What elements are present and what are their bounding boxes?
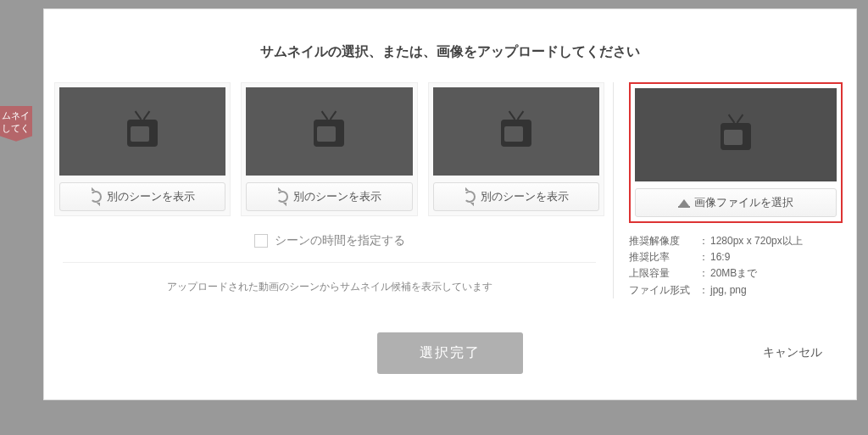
show-other-scene-button[interactable]: 別のシーンを表示 [59, 182, 225, 211]
scene-row: 別のシーンを表示 別のシーンを表示 [54, 82, 604, 216]
scene-selection-panel: 別のシーンを表示 別のシーンを表示 [54, 82, 614, 298]
scene-card[interactable]: 別のシーンを表示 [428, 82, 604, 216]
button-label: 別のシーンを表示 [293, 189, 381, 204]
spec-row: 推奨解像度 ： 1280px x 720px以上 [629, 233, 843, 249]
submit-button[interactable]: 選択完了 [377, 332, 523, 374]
spec-label: 上限容量 [629, 265, 698, 282]
spec-colon: ： [698, 265, 710, 282]
scene-thumbnail [433, 87, 599, 176]
spec-row: ファイル形式 ： jpg, png [629, 282, 843, 298]
divider [63, 262, 596, 263]
tv-icon [721, 120, 751, 150]
button-label: 別のシーンを表示 [481, 189, 569, 204]
scene-card[interactable]: 別のシーンを表示 [241, 82, 417, 216]
upload-specs: 推奨解像度 ： 1280px x 720px以上 推奨比率 ： 16:9 上限容… [629, 233, 843, 298]
button-label: 画像ファイルを選択 [694, 195, 793, 210]
thumbnail-modal: サムネイルの選択、または、画像をアップロードしてください 別のシーンを表示 [43, 8, 857, 400]
spec-colon: ： [698, 282, 710, 298]
refresh-icon [276, 191, 288, 203]
upload-thumbnail-preview [635, 88, 837, 181]
spec-value: 16:9 [710, 249, 730, 265]
specify-time-checkbox[interactable] [254, 234, 268, 248]
scene-thumbnail [59, 87, 225, 176]
tv-icon [314, 116, 344, 147]
spec-label: 推奨解像度 [629, 233, 698, 249]
spec-colon: ： [698, 233, 710, 249]
scene-thumbnail [246, 87, 412, 176]
spec-value: 1280px x 720px以上 [710, 233, 803, 249]
upload-panel: 画像ファイルを選択 推奨解像度 ： 1280px x 720px以上 推奨比率 … [614, 82, 843, 298]
modal-body: 別のシーンを表示 別のシーンを表示 [44, 82, 856, 298]
select-image-file-button[interactable]: 画像ファイルを選択 [635, 188, 837, 217]
spec-value: jpg, png [710, 282, 747, 298]
refresh-icon [90, 191, 102, 203]
spec-label: ファイル形式 [629, 282, 698, 298]
cancel-button[interactable]: キャンセル [763, 345, 822, 360]
specify-time-row: シーンの時間を指定する [54, 233, 604, 248]
spec-label: 推奨比率 [629, 249, 698, 265]
upload-icon [679, 199, 689, 206]
spec-colon: ： [698, 249, 710, 265]
button-label: 別のシーンを表示 [107, 189, 195, 204]
tv-icon [127, 116, 158, 147]
refresh-icon [464, 191, 476, 203]
background-tag: ムネイ してく [0, 106, 32, 142]
scene-card[interactable]: 別のシーンを表示 [54, 82, 231, 216]
upload-box: 画像ファイルを選択 [629, 82, 843, 223]
checkbox-label: シーンの時間を指定する [275, 233, 405, 248]
info-text: アップロードされた動画のシーンからサムネイル候補を表示しています [54, 280, 604, 294]
spec-value: 20MBまで [710, 265, 757, 282]
spec-row: 推奨比率 ： 16:9 [629, 249, 843, 265]
show-other-scene-button[interactable]: 別のシーンを表示 [246, 182, 412, 211]
modal-footer: 選択完了 キャンセル [44, 332, 856, 374]
background-fragment: ムネイ してく [0, 0, 41, 144]
spec-row: 上限容量 ： 20MBまで [629, 265, 843, 282]
show-other-scene-button[interactable]: 別のシーンを表示 [433, 182, 599, 211]
modal-title: サムネイルの選択、または、画像をアップロードしてください [44, 43, 856, 61]
tv-icon [501, 116, 531, 147]
